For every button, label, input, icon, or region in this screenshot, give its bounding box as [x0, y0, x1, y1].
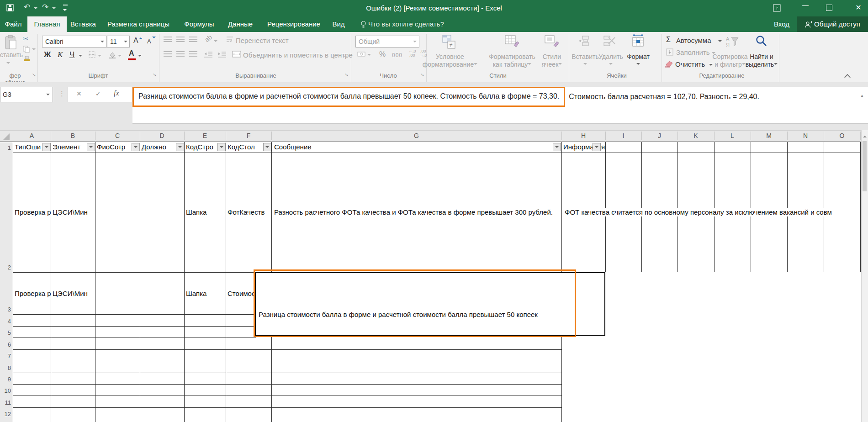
- cut-icon[interactable]: ✂: [23, 35, 29, 43]
- column-header-O[interactable]: O: [824, 130, 860, 142]
- insert-function-icon[interactable]: fx: [114, 89, 119, 97]
- row-header-4[interactable]: 4: [0, 317, 12, 326]
- cell-row2-g[interactable]: Разность расчетного ФОТа качества и ФОТа…: [274, 208, 553, 216]
- font-color-icon[interactable]: А: [129, 49, 134, 58]
- column-header-C[interactable]: C: [95, 130, 140, 142]
- paste-label[interactable]: ставить: [0, 51, 23, 58]
- formula-input-area[interactable]: Разница стоимости балла в форме и расчет…: [132, 87, 868, 124]
- tab-review[interactable]: Рецензирование: [262, 16, 325, 32]
- insert-cells-button[interactable]: Вставить: [571, 53, 599, 69]
- percent-style-icon[interactable]: %: [379, 50, 386, 58]
- find-select-icon[interactable]: [755, 35, 767, 47]
- filter-button[interactable]: [553, 143, 561, 151]
- autosum-button[interactable]: Автосумма: [676, 37, 711, 44]
- align-middle-icon[interactable]: [176, 37, 185, 42]
- find-select-button[interactable]: Найти и выделить: [745, 53, 778, 69]
- align-center-icon[interactable]: [176, 51, 185, 57]
- align-top-icon[interactable]: [164, 37, 172, 42]
- copy-icon[interactable]: [23, 46, 31, 53]
- format-as-table-icon[interactable]: [505, 35, 519, 48]
- filter-header-h[interactable]: Информа: [563, 143, 594, 151]
- cell-styles-button[interactable]: Стили ячеек: [534, 53, 570, 69]
- fill-button[interactable]: Заполнить: [676, 48, 710, 56]
- align-bottom-icon[interactable]: [189, 37, 197, 42]
- copy-dropdown-icon[interactable]: [32, 48, 36, 52]
- filter-header-e[interactable]: КодСтро: [186, 143, 213, 151]
- select-all-icon[interactable]: [3, 133, 10, 140]
- merge-center-icon[interactable]: [232, 50, 241, 58]
- clear-button[interactable]: Очистить: [675, 60, 705, 68]
- row-header-9[interactable]: 9: [0, 375, 12, 384]
- filter-header-d[interactable]: Должно: [142, 143, 166, 151]
- autosum-dropdown-icon[interactable]: [718, 40, 722, 44]
- scrollbar-thumb[interactable]: [863, 141, 867, 191]
- column-header-L[interactable]: L: [714, 130, 751, 142]
- decrease-indent-icon[interactable]: [204, 51, 213, 58]
- row-header-7[interactable]: 7: [0, 352, 12, 360]
- qat-customize-icon[interactable]: [63, 5, 68, 15]
- cell-styles-icon[interactable]: [545, 35, 559, 48]
- cell-row2-e[interactable]: Шапка: [186, 208, 206, 216]
- font-name-select[interactable]: Calibri: [42, 36, 107, 47]
- clear-icon[interactable]: [664, 60, 673, 68]
- filter-button[interactable]: [593, 143, 601, 151]
- column-header-A[interactable]: A: [13, 130, 51, 142]
- share-button[interactable]: Общий доступ: [797, 16, 868, 32]
- tab-formulas[interactable]: Формулы: [179, 16, 219, 32]
- wrap-text-icon[interactable]: [226, 36, 234, 43]
- redo-dropdown-icon[interactable]: [52, 7, 56, 11]
- column-header-F[interactable]: F: [226, 130, 271, 142]
- cell-row2-b[interactable]: ЦЭСИ\Мин: [53, 208, 88, 216]
- filter-header-b[interactable]: Элемент: [53, 143, 80, 151]
- row-header-1[interactable]: 1: [0, 144, 12, 152]
- fill-color-icon[interactable]: [109, 51, 116, 58]
- shrink-font-icon[interactable]: А: [147, 38, 151, 45]
- format-as-table-button[interactable]: Форматировать как таблицу: [487, 53, 538, 69]
- column-header-K[interactable]: K: [677, 130, 714, 142]
- grow-font-icon[interactable]: А: [133, 37, 138, 45]
- borders-icon[interactable]: [89, 51, 96, 58]
- formula-bar-drag-handle[interactable]: ⋮: [58, 90, 65, 98]
- filter-button[interactable]: [263, 143, 271, 151]
- format-cells-button[interactable]: Формат: [624, 53, 652, 69]
- italic-button[interactable]: К: [58, 50, 63, 59]
- underline-dropdown-icon[interactable]: [79, 55, 82, 58]
- delete-cells-button[interactable]: Удалить: [597, 53, 625, 69]
- undo-icon[interactable]: ↶: [24, 2, 30, 12]
- row-header-2[interactable]: 2: [0, 264, 12, 272]
- column-header-B[interactable]: B: [51, 130, 95, 142]
- cell-row3-b[interactable]: ЦЭСИ\Мин: [53, 290, 88, 298]
- cell-row2-a[interactable]: Проверка р: [15, 208, 51, 216]
- scrollbar-up-icon[interactable]: [863, 134, 867, 137]
- row-header-10[interactable]: 10: [0, 387, 12, 395]
- fill-color-dropdown-icon[interactable]: [118, 55, 122, 58]
- accounting-dropdown-icon[interactable]: [367, 54, 371, 58]
- column-header-D[interactable]: D: [140, 130, 184, 142]
- font-dialog-launcher-icon[interactable]: ↘: [153, 72, 156, 77]
- column-header-H[interactable]: H: [561, 130, 605, 142]
- column-header-G[interactable]: G: [271, 130, 561, 142]
- increase-decimal-icon[interactable]: ←,0,00: [408, 49, 416, 58]
- insert-cells-icon[interactable]: [578, 36, 591, 47]
- tab-home[interactable]: Главная: [27, 16, 67, 32]
- format-cells-icon[interactable]: [631, 34, 645, 47]
- underline-button[interactable]: Ч: [69, 50, 74, 59]
- tab-insert[interactable]: Вставка: [69, 16, 98, 32]
- row-header-6[interactable]: 6: [0, 341, 12, 349]
- tab-file[interactable]: Файл: [0, 16, 26, 32]
- column-header-I[interactable]: I: [605, 130, 641, 142]
- maximize-icon[interactable]: [826, 5, 832, 11]
- tab-page-layout[interactable]: Разметка страницы: [104, 16, 173, 32]
- formula-bar-scroll-up-icon[interactable]: ▲: [860, 93, 864, 98]
- column-header-N[interactable]: N: [787, 130, 824, 142]
- filter-button[interactable]: [42, 143, 51, 151]
- cell-row2-h[interactable]: ФОТ качества считается по основному перс…: [563, 208, 833, 216]
- orientation-dropdown-icon[interactable]: [214, 40, 217, 44]
- filter-header-a[interactable]: ТипОши: [15, 143, 41, 151]
- ribbon-display-options-icon[interactable]: [773, 4, 781, 12]
- delete-cells-icon[interactable]: [602, 36, 616, 47]
- number-format-select[interactable]: Общий: [355, 36, 419, 47]
- save-icon[interactable]: [6, 4, 14, 12]
- conditional-formatting-button[interactable]: Условное форматирование: [418, 53, 482, 69]
- font-color-dropdown-icon[interactable]: [138, 55, 142, 58]
